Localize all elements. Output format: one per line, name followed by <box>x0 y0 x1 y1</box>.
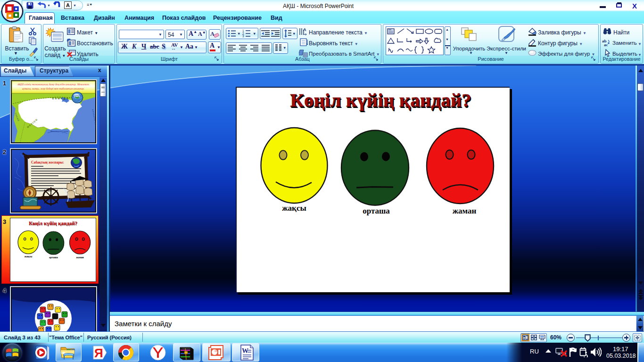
svg-text:КАНАДА: КАНАДА <box>52 97 69 100</box>
svg-text:АҚШ елінің экономикалық даму д: АҚШ елінің экономикалық даму деңгейін ан… <box>17 83 89 86</box>
svg-text:Я: Я <box>94 346 103 360</box>
svg-text:Сабақтың жоспары:: Сабақтың жоспары: <box>31 160 64 165</box>
svg-text:орташа: орташа <box>49 256 58 259</box>
svg-text:А: А <box>303 27 306 32</box>
svg-text:жақсы: жақсы <box>25 255 33 258</box>
svg-text:3: 3 <box>242 34 244 37</box>
svg-text:A: A <box>210 31 215 37</box>
svg-text:W: W <box>242 347 248 354</box>
svg-text:аумағы, халқы, жер бедері мен: аумағы, халқы, жер бедері мен табиғатын … <box>22 87 84 90</box>
svg-text:ac: ac <box>604 42 608 47</box>
svg-text:жаман: жаман <box>76 256 84 259</box>
svg-text:Мексиканский залив: Мексиканский залив <box>50 130 68 132</box>
